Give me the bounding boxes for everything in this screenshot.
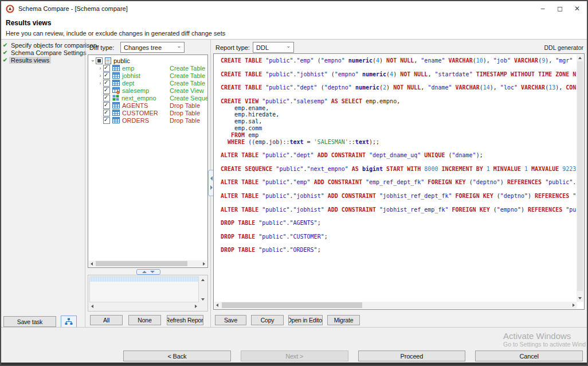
change-action-label: Create Table	[170, 80, 205, 87]
expander-icon[interactable]: ›	[97, 65, 103, 71]
cancel-button[interactable]: Cancel	[475, 351, 583, 361]
expander-icon[interactable]: ›	[97, 80, 103, 86]
change-action-label: Create View	[170, 87, 204, 94]
table-icon	[112, 72, 120, 79]
diff-type-select[interactable]: Changes tree ⌄	[120, 42, 185, 53]
tree-checkbox[interactable]	[96, 57, 103, 64]
table-icon	[112, 65, 120, 71]
copy-button[interactable]: Copy	[251, 315, 284, 325]
scroll-left-icon[interactable]	[91, 305, 93, 308]
tree-item-orders[interactable]: ORDERSDrop Table	[88, 116, 207, 124]
sql-line	[221, 77, 576, 84]
ddl-report-view[interactable]: CREATE TABLE "public"."emp" ("empno" num…	[213, 53, 585, 310]
ddl-generator-label: DDL generator	[544, 44, 583, 51]
tree-item-dept[interactable]: ›deptCreate Table	[88, 79, 207, 87]
tree-item-agents[interactable]: AGENTSDrop Table	[88, 102, 207, 109]
tree-item-label: AGENTS	[122, 102, 148, 109]
schema-icon	[105, 57, 111, 64]
migrate-button[interactable]: Migrate	[327, 315, 360, 325]
collapse-left-icon[interactable]	[210, 176, 213, 181]
scroll-up-icon[interactable]	[201, 279, 205, 281]
collapse-right-icon[interactable]	[210, 185, 213, 190]
wizard-step-schema-compare-settings[interactable]: ✔Schema Compare Settings	[1, 49, 85, 56]
wizard-step-label: Schema Compare Settings	[9, 49, 88, 56]
app-icon	[6, 5, 14, 13]
tree-checkbox[interactable]	[103, 95, 110, 102]
detail-selected-row[interactable]	[90, 277, 198, 282]
maximize-icon[interactable]: ◻	[551, 1, 569, 16]
report-type-value: DDL	[256, 44, 269, 51]
back-button[interactable]: < Back	[123, 351, 231, 361]
tree-item-emp[interactable]: ›empCreate Table	[88, 64, 207, 72]
wizard-step-specify-objects-for-comparison[interactable]: ✔Specify objects for comparison	[1, 41, 85, 49]
tree-item-label: salesemp	[122, 87, 149, 94]
all-button[interactable]: All	[90, 315, 123, 325]
sql-line: CREATE TABLE "public"."dept" ("deptno" n…	[221, 84, 576, 91]
tree-checkbox[interactable]	[103, 117, 110, 124]
page-title: Results views	[6, 19, 51, 27]
diff-type-value: Changes tree	[124, 44, 162, 51]
horizontal-splitter[interactable]	[88, 269, 208, 274]
wizard-step-label: Results views	[9, 57, 51, 64]
open-in-editor-button[interactable]: Open in Editor	[288, 315, 323, 325]
tree-checkbox[interactable]	[103, 87, 110, 94]
sql-vertical-scrollbar[interactable]	[577, 54, 583, 302]
save-configuration-icon	[65, 317, 73, 328]
tree-item-customer[interactable]: CUSTOMERDrop Table	[88, 109, 207, 116]
chevron-down-icon: ⌄	[286, 43, 291, 49]
report-type-select[interactable]: DDL ⌄	[253, 42, 294, 53]
detail-panel-content	[89, 277, 199, 302]
refresh-report-button[interactable]: Refresh Report	[167, 315, 203, 325]
tree-item-label: next_empno	[121, 95, 156, 102]
next-button[interactable]: Next >	[241, 351, 348, 361]
scroll-right-icon[interactable]	[195, 305, 197, 308]
save-button[interactable]: Save	[215, 315, 246, 325]
sql-line: DROP TABLE "public"."ORDERS";	[221, 247, 576, 254]
wizard-step-results-views[interactable]: ✔Results views	[1, 56, 85, 64]
tree-checkbox[interactable]	[103, 102, 110, 109]
tree-horizontal-scrollbar[interactable]	[89, 260, 207, 267]
minimize-icon[interactable]: –	[534, 1, 551, 16]
change-action-label: Create Table	[170, 65, 205, 72]
tree-item-jobhist[interactable]: ›jobhistCreate Table	[88, 72, 207, 79]
tree-item-label: CUSTOMER	[122, 110, 158, 116]
wizard-header: Results views Here you can review, inclu…	[1, 16, 587, 40]
expander-icon[interactable]: ›	[90, 58, 96, 64]
sql-line	[221, 173, 576, 180]
sql-line	[221, 200, 576, 207]
change-action-label: Drop Table	[170, 110, 200, 116]
check-icon: ✔	[1, 49, 9, 56]
save-task-button[interactable]: Save task	[3, 316, 56, 327]
tree-checkbox[interactable]	[103, 110, 110, 116]
tree-checkbox[interactable]	[103, 72, 110, 79]
collapse-down-icon[interactable]	[150, 271, 155, 273]
tree-item-label: dept	[122, 80, 134, 87]
sql-line	[221, 64, 576, 71]
tree-item-public[interactable]: ›public	[88, 57, 207, 64]
tree-item-next-empno[interactable]: next_empnoCreate Sequence	[88, 94, 207, 102]
none-button[interactable]: None	[128, 315, 161, 325]
proceed-button[interactable]: Proceed	[358, 351, 466, 361]
sql-line: ALTER TABLE "public"."emp" ADD CONSTRAIN…	[221, 179, 576, 186]
scroll-down-icon[interactable]	[201, 298, 205, 301]
title-bar: Schema Compare - [Schema compare] – ◻ ✕	[1, 1, 587, 16]
sql-line: DROP TABLE "public"."AGENTS";	[221, 220, 576, 227]
table-icon	[112, 80, 120, 86]
report-button-row: SaveCopyOpen in EditorMigrate	[215, 315, 360, 325]
sql-line: ALTER TABLE "public"."jobhist" ADD CONST…	[221, 207, 576, 213]
sql-horizontal-scrollbar[interactable]	[214, 302, 577, 309]
check-icon: ✔	[1, 57, 9, 63]
tree-checkbox[interactable]	[103, 65, 110, 72]
sql-line: DROP TABLE "public"."CUSTOMER";	[221, 233, 576, 240]
sql-line: emp.hiredate,	[221, 111, 576, 118]
close-icon[interactable]: ✕	[569, 1, 586, 16]
tree-item-label: public	[113, 57, 130, 64]
change-action-label: Create Table	[170, 72, 205, 79]
tree-item-salesemp[interactable]: salesempCreate View	[88, 87, 207, 94]
expander-icon[interactable]: ›	[97, 73, 103, 79]
sql-line	[221, 227, 576, 233]
collapse-up-icon[interactable]	[142, 271, 147, 273]
table-icon	[112, 102, 120, 108]
wizard-steps: ✔Specify objects for comparison✔Schema C…	[1, 41, 85, 64]
tree-checkbox[interactable]	[103, 80, 110, 87]
